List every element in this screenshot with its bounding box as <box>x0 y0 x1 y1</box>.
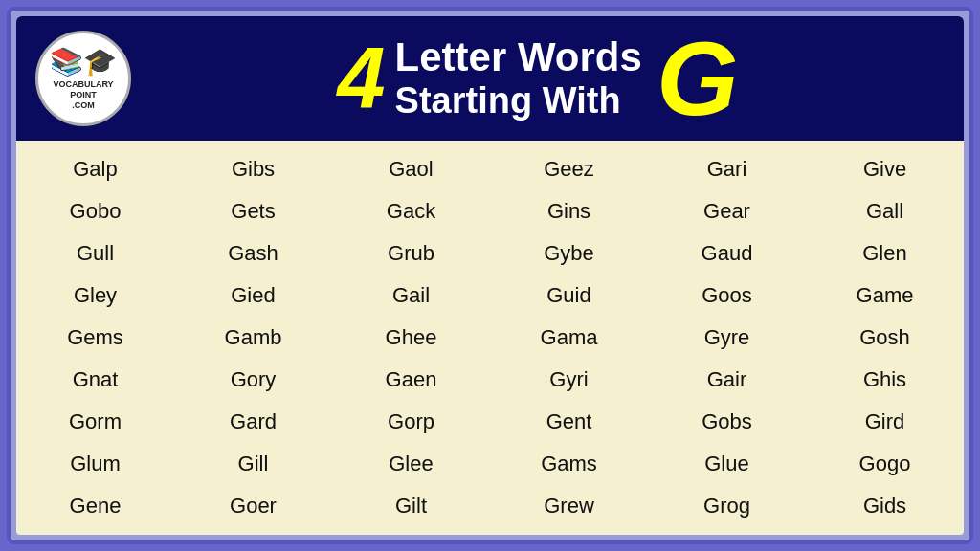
word-cell: Grog <box>648 485 806 527</box>
word-cell: Gilt <box>332 485 490 527</box>
word-cell: Gobo <box>16 190 174 232</box>
word-cell: Gamb <box>174 317 332 359</box>
word-cell: Gids <box>806 485 964 527</box>
word-cell: Grew <box>490 485 648 527</box>
word-cell: Gack <box>332 190 490 232</box>
word-cell: Glen <box>806 232 964 275</box>
title-text-block: Letter Words Starting With <box>395 34 642 122</box>
word-cell: Gaen <box>332 359 490 401</box>
title-line1: Letter Words <box>395 34 642 80</box>
word-cell: Gets <box>174 190 332 232</box>
word-cell: Ghis <box>806 359 964 401</box>
word-cell: Gybe <box>490 232 648 275</box>
words-grid: GalpGibsGaolGeezGariGiveGoboGetsGackGins… <box>16 148 964 527</box>
word-cell: Gama <box>490 317 648 359</box>
word-cell: Gull <box>16 232 174 275</box>
header-title: 4 Letter Words Starting With G <box>131 26 945 131</box>
word-cell: Gory <box>174 359 332 401</box>
word-cell: Gams <box>490 443 648 485</box>
outer-border: 📚🎓 VOCABULARY POINT .COM 4 Letter Words … <box>7 7 973 544</box>
word-cell: Gard <box>174 401 332 443</box>
word-cell: Gird <box>806 401 964 443</box>
word-cell: Gems <box>16 317 174 359</box>
word-cell: Gnat <box>16 359 174 401</box>
logo-text: VOCABULARY POINT .COM <box>53 79 113 110</box>
word-cell: Glee <box>332 443 490 485</box>
logo-mascot: 📚🎓 <box>50 46 117 77</box>
word-cell: Gari <box>648 148 806 190</box>
word-cell: Glue <box>648 443 806 485</box>
word-cell: Gaol <box>332 148 490 190</box>
word-cell: Goos <box>648 275 806 317</box>
content-area: GalpGibsGaolGeezGariGiveGoboGetsGackGins… <box>16 141 964 535</box>
title-number: 4 <box>338 35 386 121</box>
logo: 📚🎓 VOCABULARY POINT .COM <box>35 31 131 126</box>
word-cell: Glum <box>16 443 174 485</box>
word-cell: Guid <box>490 275 648 317</box>
word-cell: Gley <box>16 275 174 317</box>
word-cell: Gorp <box>332 401 490 443</box>
word-cell: Gibs <box>174 148 332 190</box>
word-cell: Ghee <box>332 317 490 359</box>
word-cell: Gyri <box>490 359 648 401</box>
word-cell: Gogo <box>806 443 964 485</box>
word-cell: Gear <box>648 190 806 232</box>
word-cell: Gash <box>174 232 332 275</box>
word-cell: Grub <box>332 232 490 275</box>
word-cell: Gyre <box>648 317 806 359</box>
title-line2: Starting With <box>395 80 642 122</box>
word-cell: Gosh <box>806 317 964 359</box>
word-cell: Gene <box>16 485 174 527</box>
word-cell: Gied <box>174 275 332 317</box>
word-cell: Gorm <box>16 401 174 443</box>
word-cell: Gent <box>490 401 648 443</box>
title-letter: G <box>657 26 739 131</box>
word-cell: Geez <box>490 148 648 190</box>
word-cell: Goer <box>174 485 332 527</box>
word-cell: Gobs <box>648 401 806 443</box>
word-cell: Game <box>806 275 964 317</box>
word-cell: Gail <box>332 275 490 317</box>
header: 📚🎓 VOCABULARY POINT .COM 4 Letter Words … <box>16 16 964 141</box>
word-cell: Gaud <box>648 232 806 275</box>
word-cell: Gair <box>648 359 806 401</box>
word-cell: Give <box>806 148 964 190</box>
word-cell: Gill <box>174 443 332 485</box>
word-cell: Gins <box>490 190 648 232</box>
word-cell: Galp <box>16 148 174 190</box>
word-cell: Gall <box>806 190 964 232</box>
